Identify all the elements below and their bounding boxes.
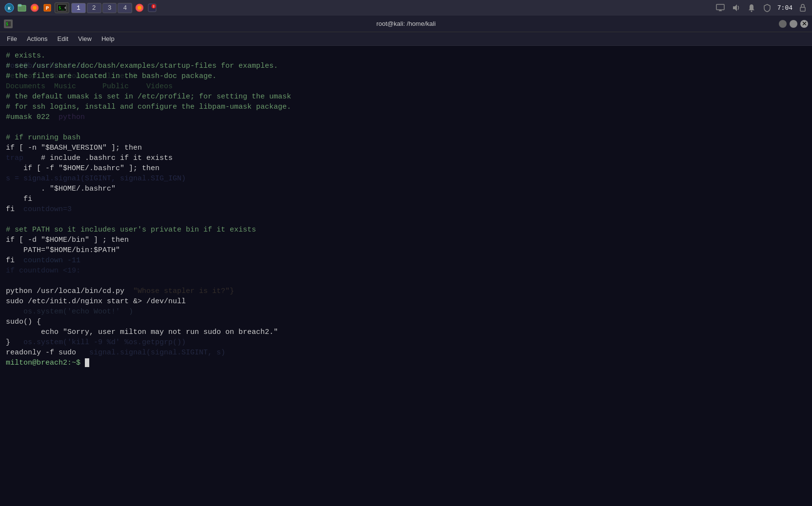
svg-rect-3 — [18, 4, 21, 6]
minimize-button[interactable] — [779, 20, 787, 28]
notification-icon[interactable] — [746, 2, 757, 13]
terminal-tab-icon: $ — [4, 19, 13, 28]
svg-point-20 — [751, 11, 752, 12]
package-icon[interactable]: P — [42, 2, 53, 13]
firefox-icon[interactable] — [134, 2, 145, 13]
menu-help[interactable]: Help — [97, 33, 119, 44]
tab-4[interactable]: 4 — [118, 3, 132, 13]
tab-3[interactable]: 3 — [102, 3, 117, 13]
lock-icon[interactable] — [797, 2, 808, 13]
terminal-text: # exists. # see /usr/share/doc/bash/exam… — [6, 51, 806, 368]
terminal-controls: ✕ — [779, 20, 812, 28]
terminal-content[interactable]: root@breach2:~$ ls Desktop Downloads mal… — [0, 46, 812, 506]
svg-rect-21 — [800, 7, 805, 11]
system-bar-right: 7:04 — [715, 2, 808, 13]
system-bar: K P $_ — [0, 0, 812, 16]
svg-text:$_: $_ — [59, 5, 64, 10]
terminal-window: $ root@kali: /home/kali ✕ FileActionsEdi… — [0, 16, 812, 506]
svg-marker-19 — [733, 4, 737, 11]
svg-rect-16 — [716, 4, 724, 10]
browser-icon[interactable] — [29, 2, 40, 13]
extra-icon[interactable]: ! — [147, 2, 158, 13]
file-manager-icon[interactable] — [17, 2, 27, 13]
volume-icon[interactable] — [731, 2, 741, 13]
terminal-title: root@kali: /home/kali — [376, 20, 436, 27]
svg-text:P: P — [46, 5, 49, 11]
terminal-titlebar: $ root@kali: /home/kali ✕ — [0, 16, 812, 32]
monitor-icon[interactable] — [715, 2, 726, 13]
terminal-dropdown-button[interactable]: $_ — [55, 2, 69, 13]
svg-text:!: ! — [153, 5, 155, 9]
tab-1[interactable]: 1 — [71, 3, 86, 13]
tab-2[interactable]: 2 — [87, 3, 101, 13]
system-time: 7:04 — [777, 4, 792, 12]
menu-file[interactable]: File — [2, 33, 22, 44]
menu-edit[interactable]: Edit — [53, 33, 73, 44]
svg-point-12 — [138, 6, 141, 10]
system-bar-left: K P $_ — [4, 2, 712, 13]
menu-bar: FileActionsEditViewHelp — [0, 32, 812, 46]
menu-actions[interactable]: Actions — [22, 33, 53, 44]
kali-icon[interactable]: K — [4, 2, 15, 13]
svg-text:$: $ — [6, 22, 8, 26]
taskbar-tabs: 1 2 3 4 — [71, 3, 132, 13]
close-button[interactable]: ✕ — [800, 20, 808, 28]
menu-view[interactable]: View — [73, 33, 97, 44]
maximize-button[interactable] — [790, 20, 797, 28]
svg-text:K: K — [8, 6, 11, 11]
security-icon[interactable] — [762, 2, 772, 13]
svg-point-5 — [33, 6, 37, 10]
